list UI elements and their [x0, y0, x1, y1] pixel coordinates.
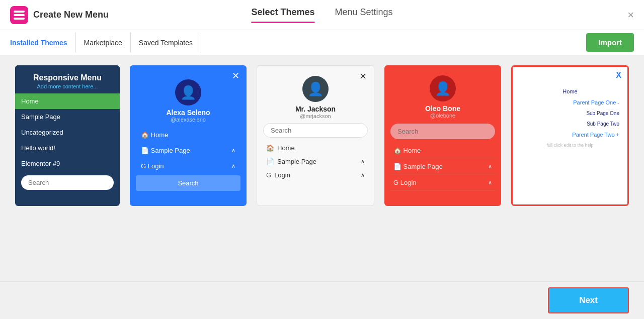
nav-item-hello: Hello world! — [15, 140, 120, 156]
nav-item-elementor: Elementor #9 — [15, 156, 120, 171]
theme-card-selected[interactable]: X Home Parent Page One - Sub Page One Su… — [511, 65, 629, 206]
card-red-user-name: Oleo Bone — [425, 104, 460, 113]
expand-icon-white-login: ∧ — [361, 172, 365, 178]
nav-item-home: Home — [15, 93, 120, 109]
card-red-search-input[interactable] — [390, 124, 495, 139]
selected-nav-parent-two: Parent Page Two + — [518, 130, 622, 139]
card-dark-header: Responsive Menu Add more content here... — [15, 65, 120, 93]
app-container: Create New Menu Select Themes Menu Setti… — [0, 0, 644, 319]
tab-menu-settings[interactable]: Menu Settings — [335, 7, 392, 23]
theme-card-dark[interactable]: Responsive Menu Add more content here...… — [15, 65, 120, 206]
page-icon: 📄 Sample Page — [141, 147, 190, 154]
card-blue-user-name: Alexa Seleno — [166, 109, 210, 117]
close-button[interactable]: × — [627, 9, 634, 22]
user-avatar-icon-red: 👤 — [435, 81, 451, 96]
subtabs-bar: Installed Themes Marketplace Saved Templ… — [0, 30, 644, 55]
theme-card-blue[interactable]: ✕ 👤 Alexa Seleno @alexaseleno 🏠 Home 📄 S… — [130, 65, 247, 206]
subtab-installed-themes[interactable]: Installed Themes — [10, 33, 76, 53]
svg-rect-2 — [14, 14, 25, 16]
app-logo-icon — [10, 6, 28, 24]
expand-icon-login: ∧ — [231, 163, 235, 169]
card-red-nav-login: G Login ∧ — [390, 175, 495, 190]
expand-icon-red-login: ∧ — [488, 179, 492, 186]
card-dark-search-input[interactable] — [21, 175, 114, 190]
card-white-avatar: 👤 — [302, 76, 329, 102]
card-selected-close[interactable]: X — [616, 71, 621, 80]
card-dark-subtitle: Add more content here... — [21, 83, 114, 89]
footer: Next — [0, 281, 644, 319]
card-blue-nav-login: G Login ∧ — [136, 159, 240, 173]
home-icon-white: 🏠Home — [266, 144, 295, 152]
selected-nav-parent-one: Parent Page One - — [518, 98, 622, 107]
app-title: Create New Menu — [33, 10, 109, 20]
nav-item-uncategorized: Uncategorized — [15, 125, 120, 140]
selected-nav-sub-two: Sub Page Two — [518, 120, 622, 128]
themes-grid: Responsive Menu Add more content here...… — [15, 65, 629, 206]
card-blue-close[interactable]: ✕ — [232, 70, 239, 81]
subtab-saved-templates[interactable]: Saved Templates — [131, 33, 201, 53]
expand-icon-white: ∧ — [361, 158, 365, 165]
card-red-avatar: 👤 — [430, 75, 456, 101]
card-red-avatar-area: 👤 Oleo Bone @olebone — [390, 71, 495, 119]
card-blue-avatar-area: 👤 Alexa Seleno @alexaseleno — [136, 71, 240, 123]
card-blue-nav: 🏠 Home 📄 Sample Page ∧ G Login ∧ — [136, 128, 240, 173]
card-white-user-handle: @mrjackson — [300, 113, 331, 119]
import-button[interactable]: Import — [586, 33, 634, 52]
nav-item-sample: Sample Page — [15, 109, 120, 125]
card-red-nav: 🏠 Home 📄 Sample Page ∧ G Login ∧ — [390, 143, 495, 190]
card-white-nav-home: 🏠Home — [263, 142, 368, 154]
google-icon: G Login — [141, 162, 164, 170]
card-blue-avatar: 👤 — [175, 79, 201, 105]
tab-select-themes[interactable]: Select Themes — [251, 7, 314, 23]
expand-icon-red: ∧ — [488, 163, 492, 170]
selected-nav-sub-one: Sub Page One — [518, 109, 622, 118]
page-icon-white: 📄Sample Page — [266, 158, 316, 165]
theme-card-red[interactable]: 👤 Oleo Bone @olebone 🏠 Home 📄 Sample Pag… — [384, 65, 501, 206]
selected-nav-home: Home — [518, 87, 622, 96]
home-icon: 🏠 Home — [141, 131, 168, 139]
google-icon-white: GLogin — [266, 171, 290, 179]
header-tabs: Select Themes Menu Settings — [251, 7, 392, 23]
card-red-nav-sample: 📄 Sample Page ∧ — [390, 159, 495, 174]
user-avatar-icon-white: 👤 — [307, 81, 324, 97]
card-selected-nav: Home Parent Page One - Sub Page One Sub … — [518, 87, 622, 149]
card-white-nav: 🏠Home 📄Sample Page ∧ GLogin ∧ — [263, 142, 368, 181]
card-dark-search — [21, 175, 114, 190]
card-dark-nav: Home Sample Page Uncategorized Hello wor… — [15, 93, 120, 171]
home-icon-red: 🏠 Home — [393, 147, 421, 154]
google-icon-red: G Login — [393, 179, 417, 186]
card-white-search-input[interactable] — [263, 123, 368, 138]
selected-nav-small: full click edit to the help — [518, 141, 622, 149]
card-white-avatar-area: 👤 Mr. Jackson @mrjackson — [263, 72, 368, 119]
expand-icon: ∧ — [231, 147, 235, 154]
svg-rect-1 — [14, 11, 25, 13]
subtabs: Installed Themes Marketplace Saved Templ… — [10, 33, 586, 53]
header: Create New Menu Select Themes Menu Setti… — [0, 0, 644, 30]
card-red-user-handle: @olebone — [430, 113, 455, 119]
page-icon-red: 📄 Sample Page — [393, 163, 443, 170]
next-button[interactable]: Next — [548, 287, 629, 313]
card-red-nav-home: 🏠 Home — [390, 143, 495, 158]
card-dark-title: Responsive Menu — [21, 73, 114, 82]
card-blue-nav-home: 🏠 Home — [136, 128, 240, 142]
theme-card-white[interactable]: ✕ 👤 Mr. Jackson @mrjackson 🏠Home 📄Sample… — [257, 65, 374, 206]
card-white-user-name: Mr. Jackson — [295, 105, 336, 113]
user-avatar-icon: 👤 — [180, 85, 196, 100]
svg-rect-3 — [14, 18, 25, 20]
card-blue-nav-sample: 📄 Sample Page ∧ — [136, 143, 240, 158]
header-logo-area: Create New Menu — [10, 6, 131, 24]
card-white-nav-login: GLogin ∧ — [263, 169, 368, 181]
main-content: Responsive Menu Add more content here...… — [0, 55, 644, 281]
card-blue-user-handle: @alexaseleno — [171, 117, 206, 123]
card-white-nav-sample: 📄Sample Page ∧ — [263, 155, 368, 168]
card-white-close[interactable]: ✕ — [359, 71, 367, 82]
subtab-marketplace[interactable]: Marketplace — [76, 33, 131, 53]
card-blue-search: Search — [136, 175, 240, 191]
